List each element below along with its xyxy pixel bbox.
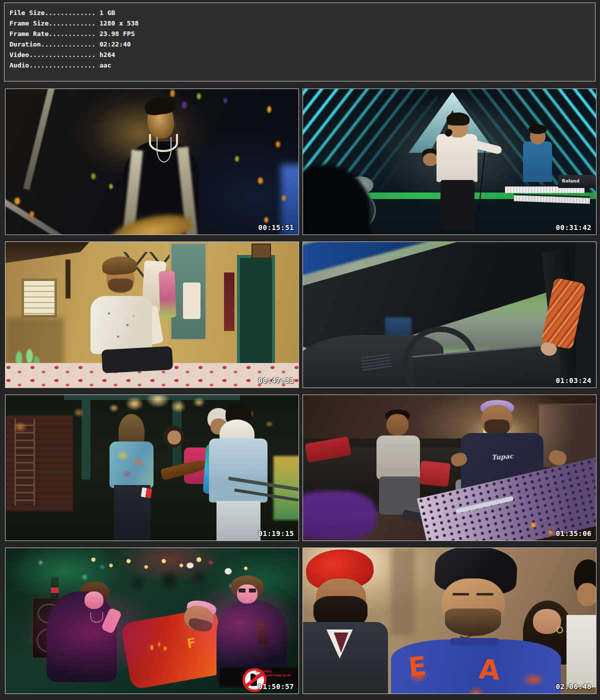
man-pants xyxy=(102,346,173,374)
dot-leader: .............. xyxy=(41,40,96,48)
file-info-panel: File Size.............1 GB Frame Size...… xyxy=(4,2,596,82)
teal-door xyxy=(237,255,275,368)
beanie-man-beard xyxy=(445,608,500,636)
studio-window xyxy=(538,404,596,468)
hanging-towel xyxy=(183,282,200,319)
confetti-layer xyxy=(6,89,298,234)
gray-sweatshirt xyxy=(376,436,420,479)
screenshot-thumbnail-1: 00:15:51 xyxy=(5,88,299,235)
info-row-video: Video.................h264 xyxy=(10,50,595,60)
dot-leader: ............ xyxy=(48,30,96,38)
info-row-audio: Audio.................aac xyxy=(10,60,595,70)
info-label: Video xyxy=(10,51,29,58)
statutory-warning-text: ALCOHOL CONSUMPTION IS IN xyxy=(256,670,297,678)
info-value: h264 xyxy=(96,51,115,58)
man-beard xyxy=(108,278,133,293)
info-label: File Size xyxy=(10,9,44,16)
eyebrows xyxy=(452,593,494,596)
sweater-collar xyxy=(450,638,500,646)
dot-leader: ............ xyxy=(48,20,96,27)
info-value: 23.98 FPS xyxy=(96,30,134,38)
wall-picture xyxy=(252,244,271,258)
screenshot-thumbnail-8: E A 02:06:48 xyxy=(302,548,596,694)
screenshot-thumbnail-7: F ALCOHOL CONSUMPTION IS IN 01:50:57 xyxy=(5,548,299,694)
info-label: Frame Rate xyxy=(10,30,48,38)
singer-hair xyxy=(446,112,470,126)
timestamp: 01:03:24 xyxy=(556,376,592,384)
info-value: aac xyxy=(96,62,111,69)
dot-leader: ............. xyxy=(44,9,96,16)
barred-window xyxy=(22,278,56,318)
scene-art xyxy=(6,242,298,388)
scene-art: F ALCOHOL CONSUMPTION IS IN xyxy=(6,548,298,694)
purple-lit-arm xyxy=(302,491,376,540)
pocket-card xyxy=(141,488,152,498)
info-label: Frame Size xyxy=(10,20,48,27)
info-row-duration: Duration..............02:22:40 xyxy=(10,39,595,50)
dot-leader: ................. xyxy=(29,51,96,58)
info-row-frame-rate: Frame Rate............23.98 FPS xyxy=(10,28,595,39)
hanging-cloth-pink xyxy=(158,271,176,318)
scene-art xyxy=(303,242,596,388)
info-value: 1 GB xyxy=(96,9,115,16)
maroon-wall-hanging xyxy=(224,272,234,330)
scene-art xyxy=(6,395,298,540)
synth-module-label: Roland xyxy=(558,175,596,188)
scene-art: Roland YAMAHA xyxy=(303,89,596,234)
white-pants xyxy=(216,501,260,540)
background-pillar xyxy=(391,548,414,636)
info-label: Duration xyxy=(10,40,41,48)
info-label: Audio xyxy=(10,62,29,69)
page: File Size.............1 GB Frame Size...… xyxy=(0,0,600,700)
young-man-white-shirt xyxy=(566,615,596,688)
timestamp: 02:06:48 xyxy=(556,682,592,690)
screenshot-thumbnail-4: 01:03:24 xyxy=(302,242,596,388)
timestamp: 01:35:06 xyxy=(556,530,592,538)
info-value: 02:22:40 xyxy=(96,40,130,48)
timestamp: 01:19:15 xyxy=(258,530,294,538)
info-row-frame-size: Frame Size............1280 x 538 xyxy=(10,18,595,28)
young-man-face xyxy=(577,583,596,606)
sweater-letter: E xyxy=(407,650,428,682)
man-doodle-shirt xyxy=(90,296,152,354)
screenshot-thumbnail-3: 00:47:33 xyxy=(5,242,299,388)
info-value: 1280 x 538 xyxy=(96,20,138,27)
seated-man-legs xyxy=(379,476,420,514)
screenshot-thumbnail-6: Tupac 01:35:06 xyxy=(302,394,596,541)
timestamp: 01:50:57 xyxy=(258,682,294,690)
keyboardist-hair xyxy=(528,124,546,134)
red-pillow-2 xyxy=(419,460,450,486)
guitarist-face xyxy=(168,430,181,444)
sweater-letter: A xyxy=(478,654,500,686)
woman-paisley-top xyxy=(110,442,154,488)
timestamp: 00:31:42 xyxy=(556,224,592,232)
info-row-file-size: File Size.............1 GB xyxy=(10,8,595,18)
singer-pants xyxy=(440,180,474,231)
scene-art: Tupac xyxy=(303,395,596,540)
screenshot-thumbnail-2: Roland YAMAHA 00:31:42 xyxy=(302,88,596,235)
scene-art: E A xyxy=(303,548,596,694)
timestamp: 00:47:33 xyxy=(258,376,294,384)
wood-post xyxy=(66,260,70,299)
console-orange-light-2 xyxy=(549,530,552,534)
screenshot-grid: 00:15:51 xyxy=(5,88,596,694)
keyboardist-blazer xyxy=(523,142,552,182)
seated-man-head xyxy=(386,414,408,436)
scene-art xyxy=(6,89,298,234)
dot-leader: ................. xyxy=(29,62,96,69)
drummer-head xyxy=(423,153,438,166)
screenshot-thumbnail-5: 01:19:15 xyxy=(5,394,299,541)
timestamp: 00:15:51 xyxy=(258,224,294,232)
